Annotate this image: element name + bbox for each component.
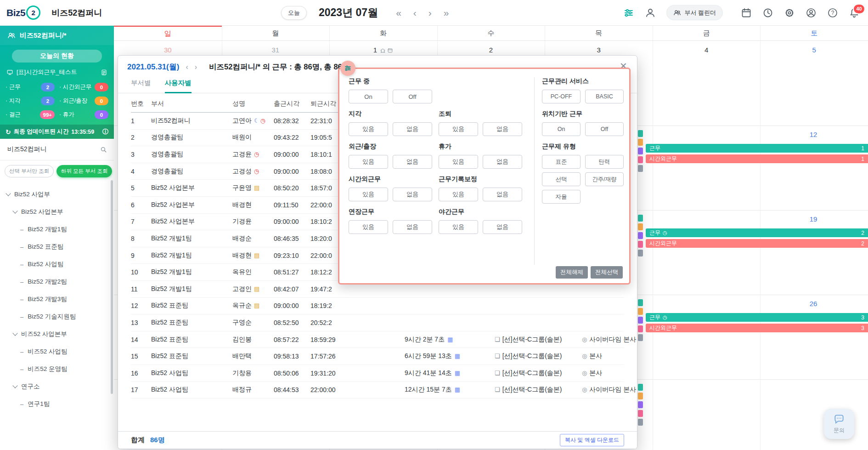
scope-toggle-button[interactable]: 선택 부서만 조회 — [5, 165, 54, 177]
filter-option-button[interactable]: 선택 — [542, 172, 581, 186]
prev-month-button[interactable]: ‹ — [413, 7, 417, 18]
filter-option-button[interactable]: 있음 — [439, 188, 478, 201]
filter-option-button[interactable]: 없음 — [483, 188, 522, 201]
table-row[interactable]: 14 Biz52 표준팀 김인봉 08:57:22 18:59:29 9시간 2… — [131, 331, 624, 348]
filter-option-button[interactable]: 간주/재량 — [585, 172, 624, 186]
calendar-day-cell[interactable]: 12 근무 ◷ 1 시간외근무 ◷ 1 — [646, 125, 868, 210]
select-all-button[interactable]: 전체선택 — [591, 266, 623, 279]
stat-item[interactable]: 외근/출장 0 — [59, 97, 108, 105]
tree-item[interactable]: Biz52 개발3팀 — [0, 291, 114, 308]
filter-sliders-icon[interactable] — [623, 7, 634, 18]
table-row[interactable]: 16 Biz52 사업팀 기창용 08:50:06 19:31:20 9시간 4… — [131, 365, 624, 382]
filter-option-button[interactable]: 없음 — [393, 122, 432, 136]
filter-icon[interactable] — [340, 61, 355, 76]
filter-option-button[interactable]: 있음 — [349, 122, 388, 136]
info-icon[interactable]: ⓘ — [102, 128, 108, 136]
person-icon[interactable] — [645, 7, 656, 18]
event-chip[interactable]: 근무 ◷ 2 — [646, 228, 868, 237]
bell-icon[interactable]: 40 — [849, 7, 860, 18]
today-button[interactable]: 오늘 — [281, 6, 307, 20]
tree-item[interactable]: Biz52 기술지원팀 — [0, 308, 114, 325]
stat-item[interactable]: 지각 2 — [6, 97, 55, 105]
scope-toggle-button[interactable]: 하위 모든 부서 조회 — [56, 165, 113, 177]
search-icon[interactable] — [100, 146, 107, 154]
tree-item[interactable]: 비즈52 운영팀 — [0, 360, 114, 378]
tree-item[interactable]: Biz52 사업부 — [0, 186, 114, 203]
modal-tab[interactable]: 부서별 — [131, 79, 151, 93]
event-chip[interactable]: 시간외근무 ◷ 3 — [646, 324, 868, 332]
biz52-logo[interactable]: Biz52 — [6, 6, 40, 20]
filter-option-button[interactable]: 표준 — [542, 155, 581, 169]
dept-calendar-button[interactable]: 부서 캘린더 — [666, 5, 723, 20]
filter-option-button[interactable]: 없음 — [483, 122, 522, 136]
filter-option-button[interactable]: 있음 — [439, 122, 478, 136]
last-month-button[interactable]: » — [444, 7, 449, 18]
table-row[interactable]: 13 Biz52 표준팀 구영순 08:52:50 20:52:2 ▦ ❏ ◎ — [131, 314, 624, 331]
calendar-day-cell[interactable]: 19 근무 ◷ 2 시간외근무 ◷ 2 — [646, 210, 868, 295]
stat-item[interactable]: 휴가 0 — [59, 110, 108, 119]
tree-item[interactable]: Biz52 표준팀 — [0, 238, 114, 256]
duration-detail-icon[interactable]: ▦ — [455, 386, 460, 393]
filter-option-button[interactable]: 없음 — [393, 220, 432, 234]
table-row[interactable]: 15 Biz52 표준팀 배만택 09:58:13 17:57:26 6시간 5… — [131, 348, 624, 365]
modal-date[interactable]: 2021.05.31(월) — [127, 62, 179, 72]
stat-item[interactable]: 시간외근무 0 — [59, 83, 108, 91]
filter-option-button[interactable]: 있음 — [439, 155, 478, 169]
tree-item[interactable]: 비즈52 사업본부 — [0, 325, 114, 343]
help-icon[interactable]: ? — [827, 7, 838, 18]
filter-option-button[interactable]: On — [349, 90, 388, 103]
event-chip[interactable]: 시간외근무 ◷ 1 — [646, 154, 868, 163]
tree-item[interactable]: 연구소 — [0, 378, 114, 395]
modal-tab[interactable]: 사용자별 — [165, 79, 192, 93]
sidebar-scrollbar[interactable] — [111, 180, 113, 394]
tree-item[interactable]: Biz52 개발2팀 — [0, 273, 114, 291]
duration-detail-icon[interactable]: ▦ — [455, 370, 460, 376]
event-chip[interactable]: 근무 ◷ 3 — [646, 313, 868, 322]
event-chip[interactable]: 시간외근무 ◷ 2 — [646, 239, 868, 248]
calendar-day-cell[interactable]: 26 근무 ◷ 3 시간외근무 ◷ 3 — [646, 295, 868, 379]
event-chip[interactable]: 근무 ◷ 1 — [646, 144, 868, 153]
table-row[interactable]: 17 Biz52 사업팀 배정규 08:44:53 22:00:00 12시간 … — [131, 382, 624, 399]
filter-option-button[interactable]: Off — [585, 122, 624, 136]
next-day-button[interactable]: › — [195, 63, 197, 71]
filter-option-button[interactable]: 없음 — [483, 220, 522, 234]
stat-item[interactable]: 결근 99+ — [6, 110, 55, 119]
report-link[interactable]: [표]시간외근무_테스트 — [0, 66, 114, 78]
profile-icon[interactable] — [806, 7, 817, 18]
filter-option-button[interactable]: Off — [393, 90, 432, 103]
gear-icon[interactable] — [784, 7, 795, 18]
refresh-icon[interactable]: ↻ — [6, 128, 11, 136]
table-row[interactable]: 12 Biz52 표준팀 옥규순▤ 09:00:00 18:19:2 ▦ ❏ ◎ — [131, 298, 624, 315]
deselect-all-button[interactable]: 전체해제 — [556, 266, 588, 279]
tree-item[interactable]: Biz52 사업본부 — [0, 203, 114, 221]
filter-option-button[interactable]: 없음 — [483, 155, 522, 169]
filter-option-button[interactable]: On — [542, 122, 581, 136]
duration-detail-icon[interactable]: ▦ — [447, 336, 453, 343]
copy-excel-download-button[interactable]: 복사 및 엑셀 다운로드 — [560, 434, 624, 446]
tree-item[interactable]: 비즈52 사업팀 — [0, 343, 114, 360]
time-stats-icon[interactable] — [762, 7, 773, 18]
tree-item[interactable]: Biz52 사업팀 — [0, 256, 114, 273]
prev-day-button[interactable]: ‹ — [186, 63, 188, 71]
department-search-input[interactable] — [6, 145, 96, 154]
filter-actions: 전체해제 전체선택 — [556, 266, 623, 279]
filter-option-button[interactable]: 있음 — [349, 155, 388, 169]
tree-item[interactable]: Biz52 개발1팀 — [0, 221, 114, 238]
filter-option-button[interactable]: 자율 — [542, 190, 581, 204]
filter-option-button[interactable]: 있음 — [439, 220, 478, 234]
filter-option-button[interactable]: 없음 — [393, 155, 432, 169]
first-month-button[interactable]: « — [396, 7, 401, 18]
filter-option-button[interactable]: 있음 — [349, 220, 388, 234]
notification-badge[interactable]: 40 — [853, 4, 865, 14]
inquiry-chat-button[interactable]: 문의 — [824, 409, 854, 439]
filter-option-button[interactable]: 없음 — [393, 188, 432, 201]
tree-item[interactable]: 연구1팀 — [0, 395, 114, 413]
filter-option-button[interactable]: 있음 — [349, 188, 388, 201]
stat-item[interactable]: 근무 2 — [6, 83, 55, 91]
filter-option-button[interactable]: PC-OFF — [542, 90, 581, 103]
filter-option-button[interactable]: BASIC — [585, 90, 624, 103]
filter-option-button[interactable]: 탄력 — [585, 155, 624, 169]
duration-detail-icon[interactable]: ▦ — [455, 353, 460, 359]
calendar-icon[interactable] — [741, 7, 752, 18]
next-month-button[interactable]: › — [428, 7, 432, 18]
